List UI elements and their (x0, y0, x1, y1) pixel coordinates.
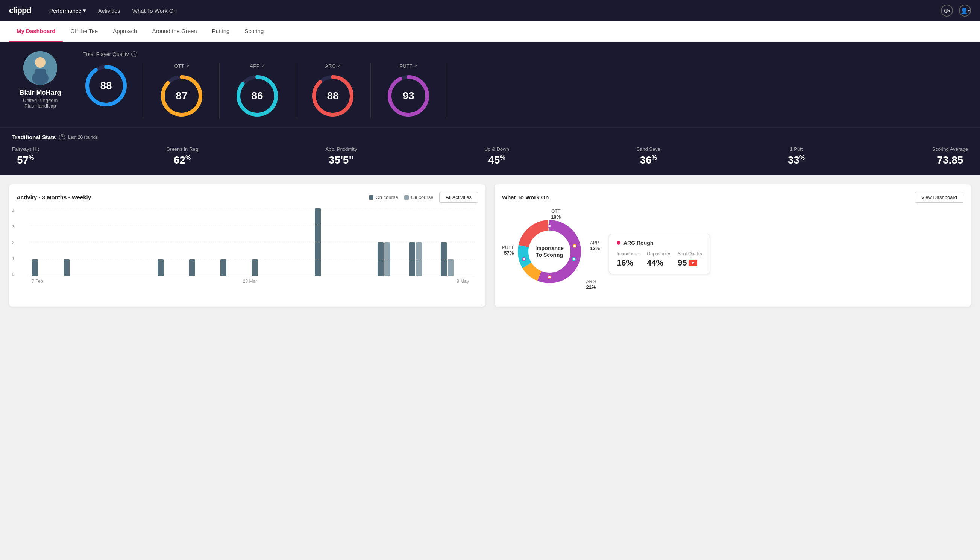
nav-right-actions: ⊕ ▾ 👤 ▾ (941, 5, 971, 17)
trad-stats-grid: Fairways Hit 57% Greens In Reg 62% App. … (12, 146, 968, 166)
tab-around-the-green[interactable]: Around the Green (145, 21, 204, 42)
bar-oncourse (409, 242, 415, 276)
bar-oncourse (158, 259, 163, 276)
tab-scoring[interactable]: Scoring (237, 21, 271, 42)
view-dashboard-button[interactable]: View Dashboard (915, 192, 963, 203)
bar-oncourse (220, 259, 226, 276)
ott-ring: 87 (159, 73, 204, 118)
arg-card-title: ARG Rough (617, 240, 702, 246)
svg-rect-3 (35, 69, 46, 77)
arg-importance: Importance 16% (617, 251, 639, 268)
bar-oncourse (378, 242, 384, 276)
oncourse-dot (369, 195, 373, 200)
stat-scoring-average: Scoring Average 73.85 (932, 146, 968, 166)
arg-info-card: ARG Rough Importance 16% Opportunity 44%… (609, 233, 710, 274)
trad-stats-header: Traditional Stats ? Last 20 rounds (12, 134, 968, 140)
logo[interactable]: clippd (9, 6, 31, 15)
tab-putting[interactable]: Putting (205, 21, 237, 42)
bar-group-7 (220, 259, 249, 276)
wtwo-card-header: What To Work On View Dashboard (502, 192, 963, 203)
putt-trend-icon: ↗ (414, 63, 417, 68)
bar-group-12 (378, 242, 406, 276)
bar-group-1 (32, 259, 60, 276)
stat-app-proximity: App. Proximity 35'5" (325, 146, 357, 166)
offcourse-dot (404, 195, 409, 200)
arg-opportunity: Opportunity 44% (647, 251, 670, 268)
bar-oncourse (189, 259, 195, 276)
bar-oncourse (63, 259, 70, 276)
app-trend-icon: ↗ (261, 63, 265, 68)
plus-icon: ⊕ (943, 7, 948, 14)
putt-value: 93 (403, 90, 414, 102)
bar-group-13 (409, 242, 438, 276)
x-axis-labels: 7 Feb 28 Mar 9 May (28, 277, 475, 284)
stat-fairways-hit: Fairways Hit 57% (12, 146, 39, 166)
chevron-down-icon: ▾ (968, 8, 970, 13)
donut-svg: Importance To Scoring (516, 218, 583, 285)
bar-group-10 (315, 208, 343, 276)
add-button[interactable]: ⊕ ▾ (941, 5, 953, 17)
nav-activities[interactable]: Activities (98, 8, 120, 14)
shot-quality-flag: ▼ (689, 260, 697, 266)
avatar (23, 51, 57, 85)
nav-performance[interactable]: Performance ▾ (49, 7, 86, 14)
stat-1-putt: 1 Putt 33% (788, 146, 805, 166)
bar-group-2 (63, 259, 92, 276)
svg-point-21 (573, 245, 576, 247)
putt-label: PUTT ↗ (400, 63, 418, 69)
arg-metrics: Importance 16% Opportunity 44% Shot Qual… (617, 251, 702, 268)
donut-label-putt: PUTT 57% (502, 245, 514, 256)
svg-point-20 (548, 225, 551, 228)
nav-what-to-work-on[interactable]: What To Work On (132, 8, 177, 14)
putt-ring: 93 (386, 73, 431, 118)
grid-line-4 (29, 208, 475, 208)
bar-offcourse (448, 259, 454, 276)
legend-oncourse: On course (369, 195, 398, 200)
stat-sand-save: Sand Save 36% (636, 146, 661, 166)
stat-greens-in-reg: Greens In Reg 62% (166, 146, 198, 166)
tpq-ring: 88 (83, 63, 129, 108)
wtwo-card-title: What To Work On (502, 194, 909, 200)
stat-up-and-down: Up & Down 45% (484, 146, 509, 166)
player-handicap: Plus Handicap (25, 103, 56, 109)
top-navigation: clippd Performance ▾ Activities What To … (0, 0, 980, 21)
scores-section: Total Player Quality ? 88 OTT ↗ (83, 51, 968, 118)
svg-point-22 (572, 258, 576, 261)
activity-card-header: Activity - 3 Months - Weekly On course O… (17, 192, 478, 203)
legend-offcourse: Off course (404, 195, 434, 200)
ott-label: OTT ↗ (175, 63, 189, 69)
tab-my-dashboard[interactable]: My Dashboard (9, 21, 63, 42)
app-value: 86 (251, 90, 263, 102)
activity-chart-title: Activity - 3 Months - Weekly (17, 194, 363, 200)
what-to-work-on-card: What To Work On View Dashboard OTT 10% A… (494, 184, 971, 307)
grid-line-1 (29, 259, 475, 259)
score-ott: OTT ↗ 87 (144, 63, 220, 118)
user-menu-button[interactable]: 👤 ▾ (959, 5, 971, 17)
bar-offcourse (416, 242, 422, 276)
tab-off-the-tee[interactable]: Off the Tee (63, 21, 105, 42)
arg-trend-icon: ↗ (337, 63, 341, 68)
app-ring: 86 (235, 73, 280, 118)
y-axis-labels: 4 3 2 1 0 (12, 209, 14, 277)
traditional-stats-section: Traditional Stats ? Last 20 rounds Fairw… (0, 127, 980, 175)
svg-text:Importance: Importance (535, 245, 564, 251)
tab-approach[interactable]: Approach (105, 21, 145, 42)
info-icon[interactable]: ? (131, 51, 137, 57)
bar-oncourse (315, 208, 321, 276)
svg-point-24 (522, 258, 525, 261)
bottom-section: Activity - 3 Months - Weekly On course O… (0, 175, 980, 315)
player-info: Blair McHarg United Kingdom Plus Handica… (12, 51, 68, 109)
trad-info-icon[interactable]: ? (59, 134, 65, 140)
player-country: United Kingdom (23, 97, 58, 103)
scores-title: Total Player Quality ? (83, 51, 968, 57)
bar-group-6 (189, 259, 218, 276)
bar-offcourse (384, 242, 390, 276)
chevron-down-icon: ▾ (83, 7, 86, 14)
all-activities-button[interactable]: All Activities (439, 192, 478, 203)
arg-shot-quality: Shot Quality 95 ▼ (678, 251, 702, 268)
activity-chart-area: 4 3 2 1 0 (17, 209, 478, 284)
bar-oncourse (32, 259, 38, 276)
arg-label: ARG ↗ (325, 63, 340, 69)
trad-stats-subtitle: Last 20 rounds (68, 135, 98, 140)
chart-bars (28, 209, 475, 277)
